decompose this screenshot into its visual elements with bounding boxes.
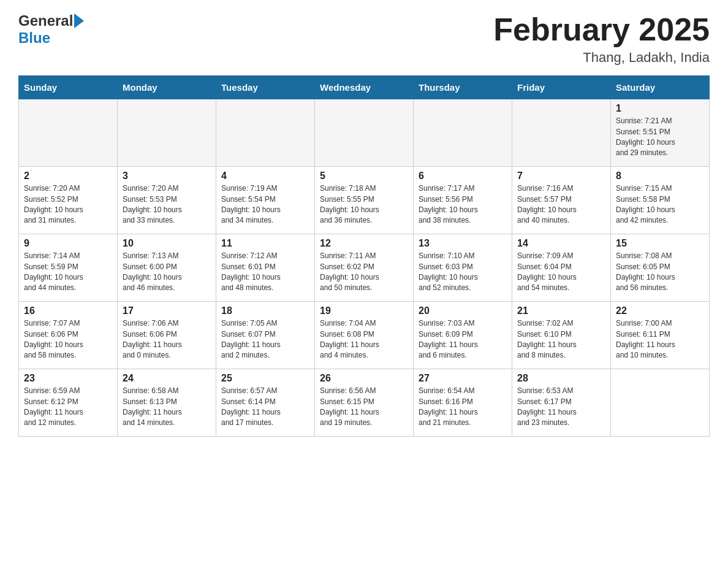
- day-info: Sunrise: 7:14 AM Sunset: 5:59 PM Dayligh…: [24, 251, 112, 294]
- day-number: 6: [419, 170, 507, 182]
- calendar-cell: 6Sunrise: 7:17 AM Sunset: 5:56 PM Daylig…: [414, 167, 512, 234]
- calendar-cell: 22Sunrise: 7:00 AM Sunset: 6:11 PM Dayli…: [611, 302, 710, 369]
- calendar-cell: 13Sunrise: 7:10 AM Sunset: 6:03 PM Dayli…: [414, 234, 512, 302]
- calendar-cell: 19Sunrise: 7:04 AM Sunset: 6:08 PM Dayli…: [315, 302, 414, 369]
- day-info: Sunrise: 7:20 AM Sunset: 5:53 PM Dayligh…: [123, 183, 211, 226]
- calendar-cell: [414, 99, 512, 167]
- day-number: 4: [221, 170, 309, 182]
- day-info: Sunrise: 7:08 AM Sunset: 6:05 PM Dayligh…: [616, 251, 704, 294]
- calendar-week-row: 23Sunrise: 6:59 AM Sunset: 6:12 PM Dayli…: [19, 369, 710, 437]
- day-number: 10: [123, 238, 211, 249]
- day-number: 14: [517, 238, 605, 249]
- calendar-cell: 25Sunrise: 6:57 AM Sunset: 6:14 PM Dayli…: [216, 369, 315, 437]
- calendar-cell: 10Sunrise: 7:13 AM Sunset: 6:00 PM Dayli…: [118, 234, 216, 302]
- page-header: General Blue February 2025 Thang, Ladakh…: [18, 12, 710, 66]
- calendar-week-row: 9Sunrise: 7:14 AM Sunset: 5:59 PM Daylig…: [19, 234, 710, 302]
- calendar-cell: 8Sunrise: 7:15 AM Sunset: 5:58 PM Daylig…: [611, 167, 710, 234]
- calendar-cell: 3Sunrise: 7:20 AM Sunset: 5:53 PM Daylig…: [118, 167, 216, 234]
- day-info: Sunrise: 7:04 AM Sunset: 6:08 PM Dayligh…: [320, 318, 408, 361]
- calendar-cell: 28Sunrise: 6:53 AM Sunset: 6:17 PM Dayli…: [512, 369, 611, 437]
- calendar-week-row: 16Sunrise: 7:07 AM Sunset: 6:06 PM Dayli…: [19, 302, 710, 369]
- weekday-header-row: SundayMondayTuesdayWednesdayThursdayFrid…: [19, 76, 710, 99]
- day-info: Sunrise: 7:07 AM Sunset: 6:06 PM Dayligh…: [24, 318, 112, 361]
- calendar-table: SundayMondayTuesdayWednesdayThursdayFrid…: [18, 75, 710, 437]
- calendar-cell: [315, 99, 414, 167]
- day-info: Sunrise: 7:03 AM Sunset: 6:09 PM Dayligh…: [419, 318, 507, 361]
- month-title: February 2025: [493, 12, 710, 47]
- logo: General Blue: [18, 12, 84, 47]
- calendar-cell: [19, 99, 118, 167]
- weekday-header-friday: Friday: [512, 76, 611, 99]
- day-info: Sunrise: 7:09 AM Sunset: 6:04 PM Dayligh…: [517, 251, 605, 294]
- weekday-header-thursday: Thursday: [414, 76, 512, 99]
- calendar-cell: 11Sunrise: 7:12 AM Sunset: 6:01 PM Dayli…: [216, 234, 315, 302]
- logo-general-text: General: [18, 12, 73, 29]
- day-info: Sunrise: 6:54 AM Sunset: 6:16 PM Dayligh…: [419, 386, 507, 429]
- day-number: 9: [24, 238, 112, 249]
- day-info: Sunrise: 7:12 AM Sunset: 6:01 PM Dayligh…: [221, 251, 309, 294]
- calendar-cell: 21Sunrise: 7:02 AM Sunset: 6:10 PM Dayli…: [512, 302, 611, 369]
- day-number: 16: [24, 305, 112, 316]
- day-info: Sunrise: 6:58 AM Sunset: 6:13 PM Dayligh…: [123, 386, 211, 429]
- weekday-header-sunday: Sunday: [19, 76, 118, 99]
- calendar-cell: 5Sunrise: 7:18 AM Sunset: 5:55 PM Daylig…: [315, 167, 414, 234]
- calendar-cell: 20Sunrise: 7:03 AM Sunset: 6:09 PM Dayli…: [414, 302, 512, 369]
- day-number: 28: [517, 373, 605, 384]
- day-info: Sunrise: 7:00 AM Sunset: 6:11 PM Dayligh…: [616, 318, 704, 361]
- calendar-cell: 17Sunrise: 7:06 AM Sunset: 6:06 PM Dayli…: [118, 302, 216, 369]
- day-number: 13: [419, 238, 507, 249]
- day-number: 12: [320, 238, 408, 249]
- day-info: Sunrise: 7:05 AM Sunset: 6:07 PM Dayligh…: [221, 318, 309, 361]
- day-number: 17: [123, 305, 211, 316]
- day-info: Sunrise: 6:57 AM Sunset: 6:14 PM Dayligh…: [221, 386, 309, 429]
- day-number: 27: [419, 373, 507, 384]
- calendar-cell: 9Sunrise: 7:14 AM Sunset: 5:59 PM Daylig…: [19, 234, 118, 302]
- day-number: 19: [320, 305, 408, 316]
- day-number: 21: [517, 305, 605, 316]
- calendar-cell: [216, 99, 315, 167]
- calendar-cell: [611, 369, 710, 437]
- logo-blue-text: Blue: [18, 29, 50, 47]
- day-number: 3: [123, 170, 211, 182]
- day-info: Sunrise: 7:16 AM Sunset: 5:57 PM Dayligh…: [517, 183, 605, 226]
- day-number: 26: [320, 373, 408, 384]
- calendar-cell: 4Sunrise: 7:19 AM Sunset: 5:54 PM Daylig…: [216, 167, 315, 234]
- day-number: 2: [24, 170, 112, 182]
- calendar-week-row: 1Sunrise: 7:21 AM Sunset: 5:51 PM Daylig…: [19, 99, 710, 167]
- title-block: February 2025 Thang, Ladakh, India: [493, 12, 710, 66]
- calendar-cell: 23Sunrise: 6:59 AM Sunset: 6:12 PM Dayli…: [19, 369, 118, 437]
- day-info: Sunrise: 7:21 AM Sunset: 5:51 PM Dayligh…: [616, 116, 704, 159]
- calendar-cell: 12Sunrise: 7:11 AM Sunset: 6:02 PM Dayli…: [315, 234, 414, 302]
- calendar-cell: [512, 99, 611, 167]
- day-info: Sunrise: 7:17 AM Sunset: 5:56 PM Dayligh…: [419, 183, 507, 226]
- day-number: 8: [616, 170, 704, 182]
- calendar-cell: 15Sunrise: 7:08 AM Sunset: 6:05 PM Dayli…: [611, 234, 710, 302]
- day-info: Sunrise: 7:02 AM Sunset: 6:10 PM Dayligh…: [517, 318, 605, 361]
- day-number: 1: [616, 103, 704, 114]
- day-info: Sunrise: 7:11 AM Sunset: 6:02 PM Dayligh…: [320, 251, 408, 294]
- weekday-header-saturday: Saturday: [611, 76, 710, 99]
- calendar-cell: 1Sunrise: 7:21 AM Sunset: 5:51 PM Daylig…: [611, 99, 710, 167]
- calendar-cell: 14Sunrise: 7:09 AM Sunset: 6:04 PM Dayli…: [512, 234, 611, 302]
- calendar-cell: 27Sunrise: 6:54 AM Sunset: 6:16 PM Dayli…: [414, 369, 512, 437]
- day-info: Sunrise: 7:18 AM Sunset: 5:55 PM Dayligh…: [320, 183, 408, 226]
- day-number: 22: [616, 305, 704, 316]
- day-number: 25: [221, 373, 309, 384]
- day-info: Sunrise: 7:10 AM Sunset: 6:03 PM Dayligh…: [419, 251, 507, 294]
- weekday-header-wednesday: Wednesday: [315, 76, 414, 99]
- day-info: Sunrise: 7:20 AM Sunset: 5:52 PM Dayligh…: [24, 183, 112, 226]
- day-number: 20: [419, 305, 507, 316]
- day-number: 5: [320, 170, 408, 182]
- calendar-cell: 7Sunrise: 7:16 AM Sunset: 5:57 PM Daylig…: [512, 167, 611, 234]
- day-number: 11: [221, 238, 309, 249]
- weekday-header-tuesday: Tuesday: [216, 76, 315, 99]
- day-number: 15: [616, 238, 704, 249]
- day-info: Sunrise: 7:15 AM Sunset: 5:58 PM Dayligh…: [616, 183, 704, 226]
- day-info: Sunrise: 6:53 AM Sunset: 6:17 PM Dayligh…: [517, 386, 605, 429]
- day-info: Sunrise: 6:59 AM Sunset: 6:12 PM Dayligh…: [24, 386, 112, 429]
- calendar-cell: 18Sunrise: 7:05 AM Sunset: 6:07 PM Dayli…: [216, 302, 315, 369]
- day-number: 18: [221, 305, 309, 316]
- logo-arrow-icon: [74, 13, 84, 28]
- day-info: Sunrise: 6:56 AM Sunset: 6:15 PM Dayligh…: [320, 386, 408, 429]
- day-info: Sunrise: 7:13 AM Sunset: 6:00 PM Dayligh…: [123, 251, 211, 294]
